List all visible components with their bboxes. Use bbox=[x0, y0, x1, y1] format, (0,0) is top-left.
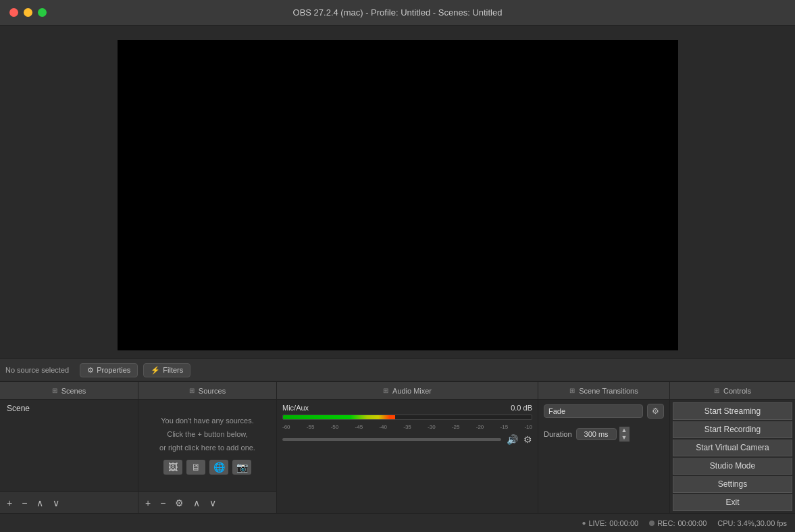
start-recording-button[interactable]: Start Recording bbox=[673, 421, 792, 438]
sources-add-button[interactable]: + bbox=[143, 496, 153, 510]
minimize-button[interactable] bbox=[24, 8, 32, 17]
mute-icon[interactable]: 🔊 bbox=[507, 434, 518, 445]
transition-type-select[interactable]: Fade bbox=[544, 404, 643, 418]
scenes-panel-header: ⊞ Scenes bbox=[0, 382, 138, 400]
transition-type-row: Fade ⚙ bbox=[538, 400, 669, 423]
controls-panel: ⊞ Controls Start Streaming Start Recordi… bbox=[670, 382, 795, 513]
scenes-panel: ⊞ Scenes Scene + − ∧ ∨ bbox=[0, 382, 138, 513]
audio-track-micaux: Mic/Aux 0.0 dB -60 -55 -50 -45 -40 bbox=[277, 400, 538, 449]
volume-slider[interactable] bbox=[282, 438, 501, 441]
duration-up-arrow[interactable]: ▲ bbox=[619, 427, 630, 434]
panels-row: ⊞ Scenes Scene + − ∧ ∨ ⊞ bbox=[0, 381, 795, 513]
audio-panel: ⊞ Audio Mixer Mic/Aux 0.0 dB -60 bbox=[277, 382, 538, 513]
scenes-down-button[interactable]: ∨ bbox=[50, 496, 62, 510]
display-source-icon: 🖥 bbox=[186, 460, 205, 475]
duration-spinbox: 300 ms ▲ ▼ bbox=[576, 427, 630, 442]
main-container: No source selected ⚙ Properties ⚡ Filter… bbox=[0, 26, 795, 532]
scenes-list: Scene bbox=[0, 400, 138, 491]
properties-icon: ⚙ bbox=[87, 366, 94, 375]
sources-down-button[interactable]: ∨ bbox=[207, 496, 219, 510]
audio-meter-markers: -60 -55 -50 -45 -40 -35 -30 -25 -20 -15 … bbox=[282, 424, 532, 430]
window-controls[interactable] bbox=[9, 8, 47, 17]
titlebar: OBS 27.2.4 (mac) - Profile: Untitled - S… bbox=[0, 0, 795, 26]
sources-up-button[interactable]: ∧ bbox=[190, 496, 203, 510]
sources-panel-header: ⊞ Sources bbox=[138, 382, 276, 400]
properties-button[interactable]: ⚙ Properties bbox=[80, 363, 138, 377]
sources-panel: ⊞ Sources You don't have any sources. Cl… bbox=[138, 382, 277, 513]
scenes-add-button[interactable]: + bbox=[4, 496, 15, 510]
transitions-panel: ⊞ Scene Transitions Fade ⚙ Duration 300 … bbox=[538, 382, 670, 513]
exit-button[interactable]: Exit bbox=[673, 494, 792, 511]
camera-source-icon: 📷 bbox=[232, 460, 251, 475]
studio-mode-button[interactable]: Studio Mode bbox=[673, 458, 792, 475]
source-type-icons: 🖼 🖥 🌐 📷 bbox=[163, 460, 251, 475]
scenes-up-button[interactable]: ∧ bbox=[34, 496, 46, 510]
rec-status: REC: 00:00:00 bbox=[649, 519, 707, 527]
bottom-section: No source selected ⚙ Properties ⚡ Filter… bbox=[0, 358, 795, 532]
sources-placeholder: You don't have any sources. Click the + … bbox=[138, 400, 276, 491]
close-button[interactable] bbox=[9, 8, 18, 17]
image-source-icon: 🖼 bbox=[163, 460, 182, 475]
transitions-expand-icon: ⊞ bbox=[569, 387, 575, 394]
duration-arrows: ▲ ▼ bbox=[619, 427, 630, 442]
audio-meter-fill bbox=[283, 415, 395, 419]
cpu-status: CPU: 3.4%,30.00 fps bbox=[717, 519, 787, 527]
live-icon: ● bbox=[582, 519, 586, 527]
sources-body: You don't have any sources. Click the + … bbox=[138, 400, 276, 491]
controls-body: Start Streaming Start Recording Start Vi… bbox=[670, 400, 795, 513]
sources-settings-button[interactable]: ⚙ bbox=[172, 496, 186, 510]
transitions-panel-header: ⊞ Scene Transitions bbox=[538, 382, 669, 400]
rec-dot bbox=[649, 521, 655, 526]
preview-area bbox=[0, 26, 795, 358]
duration-value[interactable]: 300 ms bbox=[576, 428, 617, 440]
audio-settings-icon[interactable]: ⚙ bbox=[523, 434, 532, 445]
settings-button[interactable]: Settings bbox=[673, 476, 792, 493]
duration-down-arrow[interactable]: ▼ bbox=[619, 434, 630, 442]
live-status: ● LIVE: 00:00:00 bbox=[582, 519, 638, 527]
filters-button[interactable]: ⚡ Filters bbox=[143, 363, 190, 377]
sources-remove-button[interactable]: − bbox=[157, 496, 168, 510]
transition-settings-button[interactable]: ⚙ bbox=[647, 404, 664, 419]
scene-item[interactable]: Scene bbox=[0, 400, 138, 417]
maximize-button[interactable] bbox=[38, 8, 47, 17]
scenes-remove-button[interactable]: − bbox=[19, 496, 30, 510]
audio-track-header: Mic/Aux 0.0 dB bbox=[282, 404, 532, 412]
scenes-footer: + − ∧ ∨ bbox=[0, 491, 138, 513]
transition-duration-row: Duration 300 ms ▲ ▼ bbox=[538, 423, 669, 446]
status-bar: ● LIVE: 00:00:00 REC: 00:00:00 CPU: 3.4%… bbox=[0, 513, 795, 532]
no-source-label: No source selected bbox=[5, 366, 69, 374]
start-virtual-camera-button[interactable]: Start Virtual Camera bbox=[673, 440, 792, 456]
filters-icon: ⚡ bbox=[151, 366, 160, 375]
controls-expand-icon: ⊞ bbox=[714, 387, 719, 394]
transitions-body: Fade ⚙ Duration 300 ms ▲ ▼ bbox=[538, 400, 669, 513]
controls-panel-header: ⊞ Controls bbox=[670, 382, 795, 400]
start-streaming-button[interactable]: Start Streaming bbox=[673, 402, 792, 420]
scenes-expand-icon: ⊞ bbox=[52, 387, 57, 394]
window-title: OBS 27.2.4 (mac) - Profile: Untitled - S… bbox=[293, 7, 503, 18]
audio-expand-icon: ⊞ bbox=[383, 387, 388, 394]
browser-source-icon: 🌐 bbox=[209, 460, 228, 475]
audio-controls: 🔊 ⚙ bbox=[282, 434, 532, 445]
audio-body: Mic/Aux 0.0 dB -60 -55 -50 -45 -40 bbox=[277, 400, 538, 513]
audio-panel-header: ⊞ Audio Mixer bbox=[277, 382, 538, 400]
sources-expand-icon: ⊞ bbox=[189, 387, 195, 394]
sources-footer: + − ⚙ ∧ ∨ bbox=[138, 491, 276, 513]
audio-meter bbox=[282, 415, 532, 420]
preview-canvas bbox=[118, 40, 678, 350]
